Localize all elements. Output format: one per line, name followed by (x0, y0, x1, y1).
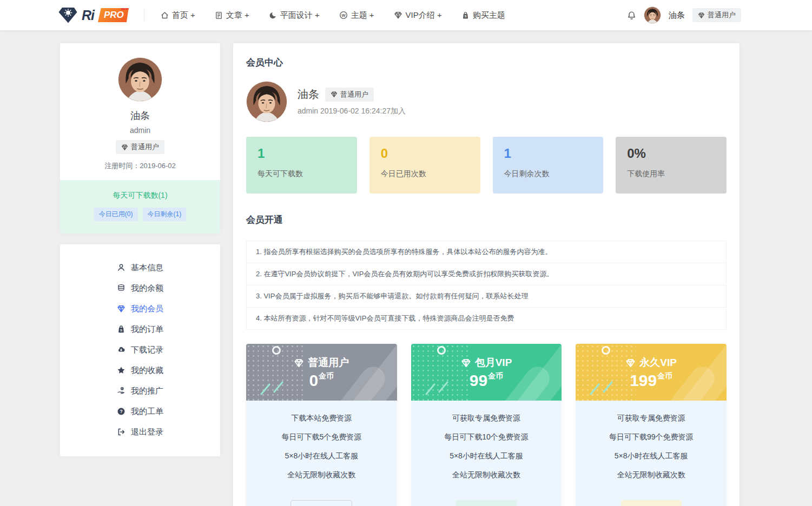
sidebar-item-logout[interactable]: 退出登录 (60, 422, 220, 442)
nav-item-articles[interactable]: 文章 + (215, 10, 249, 21)
nav-item-buy-theme[interactable]: 购买主题 (461, 10, 505, 21)
plan-feature: 全站无限制收藏次数 (411, 470, 562, 480)
plan-card-lifetime-vip: 永久VIP 199金币 可获取专属免费资源 每日可下载99个免费资源 5×8小时… (576, 344, 727, 506)
sidebar-item-tickets[interactable]: 我的工单 (60, 401, 220, 422)
star-icon (117, 366, 126, 375)
shopping-bag-icon (461, 11, 470, 19)
plan-feature: 5×8小时在线人工客服 (576, 451, 727, 461)
stat-usage-rate: 0% 下载使用率 (616, 137, 727, 194)
plan-title: 普通用户 (294, 356, 349, 370)
avatar-image (247, 82, 287, 122)
member-user-summary: 油条 普通用户 admin 2019-06-02 16:24:27加入 (246, 81, 727, 122)
plan-feature: 5×8小时在线人工客服 (246, 451, 397, 461)
ring-decoration (602, 346, 610, 355)
menu-label: 我的收藏 (131, 365, 163, 376)
hand-coin-icon (117, 387, 126, 395)
plan-price: 99金币 (470, 372, 503, 389)
slash-decoration (438, 381, 448, 393)
badge-label: 普通用户 (340, 90, 368, 99)
sidebar-item-orders[interactable]: 我的订单 (60, 319, 220, 339)
slash-decoration (425, 383, 435, 395)
nav-item-themes[interactable]: 主题 + (339, 10, 374, 21)
menu-label: 我的订单 (131, 324, 163, 335)
member-avatar (246, 81, 287, 122)
stat-used-today: 0 今日已用次数 (369, 137, 480, 194)
gem-icon (294, 358, 304, 368)
badge-label: 普通用户 (708, 10, 736, 20)
question-circle-icon (117, 407, 126, 416)
plan-feature: 5×8小时在线人工客服 (411, 451, 562, 461)
topbar-avatar[interactable] (644, 6, 661, 24)
nav-label: 首页 + (172, 10, 195, 21)
notifications-bell-icon[interactable] (627, 11, 636, 20)
activate-monthly-vip-button[interactable]: 立即开通 (456, 500, 517, 506)
nav-label: 购买主题 (473, 10, 505, 21)
nav-item-vip-intro[interactable]: VIP介绍 + (394, 10, 442, 21)
menu-label: 我的推广 (131, 386, 163, 396)
plan-feature: 每日可下载99个免费资源 (576, 432, 727, 442)
remaining-today-pill: 今日剩余(1) (143, 208, 187, 221)
menu-label: 我的余额 (131, 283, 163, 294)
slash-decoration (590, 383, 600, 395)
sidebar-item-membership[interactable]: 我的会员 (60, 298, 220, 319)
cloud-download-icon (117, 345, 126, 354)
top-navbar: Ri PRO V5 首页 + 文章 + 平面设计 + 主题 + (0, 0, 812, 30)
plan-card-regular-user: 普通用户 0金币 下载本站免费资源 每日可下载5个免费资源 5×8小时在线人工客… (246, 344, 397, 506)
plan-feature: 下载本站免费资源 (246, 414, 397, 423)
stat-label: 今日剩余次数 (504, 169, 592, 179)
plan-body: 下载本站免费资源 每日可下载5个免费资源 5×8小时在线人工客服 全站无限制收藏… (246, 401, 397, 506)
slash-decoration (260, 383, 270, 395)
sidebar-item-balance[interactable]: 我的余额 (60, 278, 220, 298)
nav-label: 主题 + (351, 10, 374, 21)
logo-text-ri: Ri (82, 8, 94, 23)
nav-item-graphic-design[interactable]: 平面设计 + (269, 10, 320, 21)
rule-row: 2. 在遵守VIP会员协议前提下，VIP会员在会员有效期内可以享受免费或折扣权限… (247, 263, 726, 285)
topbar-username[interactable]: 油条 (669, 10, 685, 21)
plan-name: 包月VIP (475, 356, 512, 370)
stat-value: 0 (381, 146, 469, 161)
plan-feature: 全站无限制收藏次数 (576, 470, 727, 480)
member-badge: 普通用户 (325, 88, 374, 102)
stat-daily-downloads: 1 每天可下载数 (246, 137, 357, 194)
sidebar-item-downloads[interactable]: 下载记录 (60, 339, 220, 360)
daily-quota-label: 每天可下载数(1) (60, 191, 220, 201)
plan-price: 199金币 (630, 372, 672, 389)
logo-version-badge: V5 (120, 3, 132, 10)
topbar-user-area: 油条 普通用户 (627, 6, 741, 24)
profile-name: 油条 (60, 109, 220, 122)
plan-name: 永久VIP (639, 356, 677, 370)
nav-divider (144, 8, 144, 22)
site-logo[interactable]: Ri PRO V5 (58, 6, 129, 24)
plan-header: 普通用户 0金币 (246, 344, 397, 401)
profile-avatar (118, 57, 162, 102)
badge-label: 普通用户 (131, 142, 159, 152)
ring-decoration (272, 346, 281, 355)
stat-value: 1 (504, 146, 592, 161)
sidebar-item-referrals[interactable]: 我的推广 (60, 381, 220, 401)
plan-header: 永久VIP 199金币 (576, 344, 727, 401)
default-permission-button[interactable]: 默认权限 (291, 500, 352, 506)
member-center-panel: 会员中心 油条 普通用户 admin 2019-06-02 16:24:27加入… (233, 43, 740, 506)
plan-body: 可获取专属免费资源 每日可下载99个免费资源 5×8小时在线人工客服 全站无限制… (576, 401, 727, 506)
stats-row: 1 每天可下载数 0 今日已用次数 1 今日剩余次数 0% 下载使用率 (246, 137, 727, 194)
gem-icon (331, 91, 338, 98)
activate-lifetime-vip-button[interactable]: 立即开通 (621, 500, 682, 506)
menu-label: 我的工单 (131, 407, 163, 417)
nav-label: 平面设计 + (280, 10, 320, 21)
slash-decoration (273, 381, 283, 393)
profile-role: admin (60, 126, 220, 135)
sidebar-item-basic-info[interactable]: 基本信息 (60, 257, 220, 278)
plan-name: 普通用户 (308, 356, 349, 370)
member-name: 油条 (298, 87, 319, 102)
main-menu: 首页 + 文章 + 平面设计 + 主题 + VIP介绍 + 购买主题 (161, 10, 505, 21)
sidebar-item-favorites[interactable]: 我的收藏 (60, 360, 220, 381)
plan-price: 0金币 (309, 372, 334, 389)
article-icon (215, 11, 223, 19)
menu-label: 下载记录 (131, 345, 163, 355)
user-icon (117, 263, 126, 272)
plan-card-monthly-vip: 包月VIP 99金币 可获取专属免费资源 每日可下载10个免费资源 5×8小时在… (411, 344, 562, 506)
sidebar-menu: 基本信息 我的余额 我的会员 我的订单 下载记录 我的收藏 (60, 244, 220, 456)
plan-header: 包月VIP 99金币 (411, 344, 562, 401)
nav-label: 文章 + (226, 10, 249, 21)
nav-item-home[interactable]: 首页 + (161, 10, 195, 21)
